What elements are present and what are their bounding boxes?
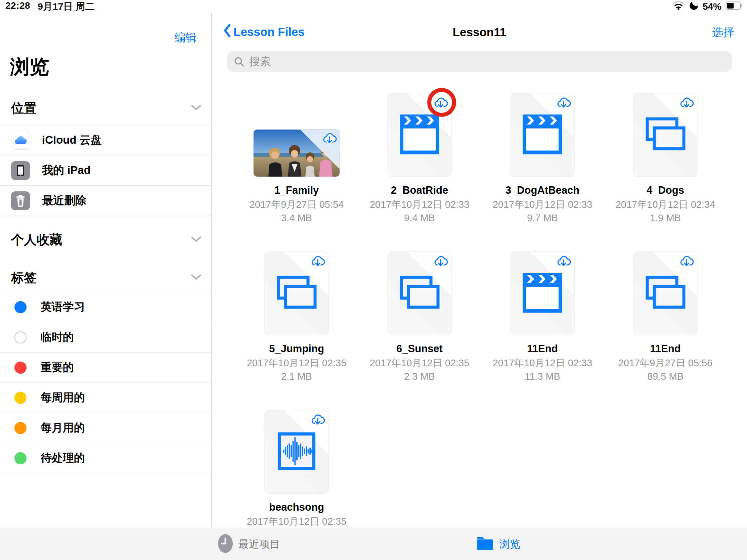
images-file-icon-card[interactable]: [633, 251, 698, 336]
video-file-icon-card[interactable]: [387, 93, 452, 177]
file-date: 2017年10月12日 02:35: [370, 356, 469, 370]
sidebar-tag-英语学习[interactable]: 英语学习: [0, 292, 211, 322]
sidebar-item-最近删除[interactable]: 最近删除: [0, 185, 211, 216]
status-date: 9月17日 周二: [37, 0, 95, 13]
file-item-6_Sunset[interactable]: 6_Sunset2017年10月12日 02:352.3 MB: [358, 251, 481, 382]
file-name: 11End: [527, 343, 558, 355]
tag-color-dot: [15, 422, 27, 434]
sidebar-tag-每月用的[interactable]: 每月用的: [0, 412, 211, 443]
tab-recents[interactable]: 最近项目: [218, 528, 280, 560]
icloud-download-icon[interactable]: [310, 413, 326, 426]
section-favorites-header[interactable]: 个人收藏: [11, 231, 201, 248]
audio-file-icon-card[interactable]: [264, 410, 329, 494]
battery-icon: [725, 1, 743, 12]
file-item-4_Dogs[interactable]: 4_Dogs2017年10月12日 02:341.9 MB: [604, 93, 727, 223]
file-date: 2017年9月27日 05:56: [618, 356, 713, 370]
chevron-down-icon[interactable]: [191, 236, 201, 244]
icloud-download-icon[interactable]: [556, 255, 571, 268]
file-card-area: [510, 93, 575, 177]
ipad-icon: [11, 161, 30, 180]
file-name: 11End: [650, 343, 680, 355]
status-bar: 22:28 9月17日 周二 54%: [0, 0, 747, 13]
file-size: 89.5 MB: [647, 371, 684, 382]
icloud-download-icon[interactable]: [433, 96, 448, 109]
folder-icon: [476, 536, 494, 552]
sidebar-tag-label: 待处理的: [41, 451, 85, 466]
tag-color-dot: [15, 301, 27, 313]
photo-thumbnail[interactable]: [253, 129, 340, 177]
navigation-bar: Lesson Files Lesson11 选择: [212, 13, 747, 50]
images-file-icon-card[interactable]: [387, 251, 452, 336]
sidebar-tag-每周用的[interactable]: 每周用的: [0, 382, 211, 412]
tag-color-dot: [15, 362, 27, 374]
file-name: 6_Sunset: [396, 343, 443, 355]
file-size: 11.3 MB: [525, 371, 560, 382]
section-tags-header[interactable]: 标签: [11, 269, 201, 286]
sidebar-tag-label: 英语学习: [41, 299, 85, 315]
file-item-3_DogAtBeach[interactable]: 3_DogAtBeach2017年10月12日 02:339.7 MB: [481, 93, 604, 223]
sidebar-tag-临时的[interactable]: 临时的: [0, 322, 211, 352]
chevron-down-icon[interactable]: [191, 105, 201, 112]
file-card-area: [633, 93, 698, 177]
file-card-area: [264, 251, 329, 336]
file-date: 2017年10月12日 02:33: [370, 198, 469, 212]
images-file-icon-card[interactable]: [633, 93, 698, 177]
icloud-download-icon[interactable]: [679, 255, 694, 268]
file-card-area: [633, 251, 698, 336]
tab-browse[interactable]: 浏览: [476, 528, 520, 560]
video-file-icon-card[interactable]: [510, 93, 575, 177]
tag-color-dot: [15, 331, 27, 343]
icloud-download-icon[interactable]: [679, 96, 694, 109]
icloud-download-icon[interactable]: [322, 132, 337, 145]
file-date: 2017年10月12日 02:33: [493, 198, 592, 212]
chevron-down-icon[interactable]: [191, 274, 201, 282]
file-card-area: [387, 251, 452, 336]
file-card-area: [387, 93, 452, 177]
file-item-5_Jumping[interactable]: 5_Jumping2017年10月12日 02:352.1 MB: [235, 251, 358, 382]
file-size: 2.3 MB: [404, 371, 435, 382]
file-item-11End[interactable]: 11End2017年9月27日 05:5689.5 MB: [604, 251, 727, 382]
trash-icon: [11, 191, 30, 210]
sidebar-item-label: iCloud 云盘: [42, 133, 102, 148]
sidebar-tag-重要的[interactable]: 重要的: [0, 352, 211, 382]
file-card-area: [253, 93, 340, 177]
sidebar-tag-label: 临时的: [41, 330, 74, 345]
sidebar-tag-label: 每周用的: [41, 390, 85, 405]
search-input[interactable]: [227, 51, 732, 72]
sidebar-item-iCloud 云盘[interactable]: iCloud 云盘: [0, 125, 211, 155]
images-icon: [276, 275, 317, 312]
file-item-2_BoatRide[interactable]: 2_BoatRide2017年10月12日 02:339.4 MB: [358, 93, 481, 223]
file-grid: 1_Family2017年9月27日 05:543.4 MB 2_BoatRid…: [235, 93, 727, 540]
file-name: 4_Dogs: [647, 184, 684, 196]
sidebar-item-label: 我的 iPad: [42, 163, 91, 178]
icloud-download-icon[interactable]: [556, 96, 571, 109]
select-button[interactable]: 选择: [712, 25, 734, 40]
clock-icon: [218, 534, 233, 555]
sidebar-item-我的 iPad[interactable]: 我的 iPad: [0, 155, 211, 185]
file-item-beachsong[interactable]: beachsong2017年10月12日 02:35790 KB: [235, 410, 358, 540]
images-icon: [645, 117, 686, 153]
icloud-download-icon[interactable]: [433, 255, 448, 268]
wifi-icon: [672, 1, 685, 12]
folder-title: Lesson11: [212, 26, 747, 39]
images-file-icon-card[interactable]: [264, 251, 329, 336]
icloud-drive-icon: [11, 131, 30, 150]
file-date: 2017年9月27日 05:54: [250, 198, 344, 212]
file-size: 2.1 MB: [281, 371, 312, 382]
file-item-11End[interactable]: 11End2017年10月12日 02:3311.3 MB: [481, 251, 604, 382]
images-icon: [645, 275, 686, 312]
file-size: 9.7 MB: [527, 213, 558, 223]
video-icon: [522, 114, 563, 156]
section-locations-header[interactable]: 位置: [11, 100, 201, 117]
icloud-download-icon[interactable]: [310, 255, 326, 268]
sidebar-tag-待处理的[interactable]: 待处理的: [0, 443, 211, 473]
video-icon: [522, 272, 563, 315]
file-item-1_Family[interactable]: 1_Family2017年9月27日 05:543.4 MB: [235, 93, 358, 223]
sidebar-tag-label: 每月用的: [41, 420, 85, 435]
tab-bar: 最近项目 浏览: [0, 528, 747, 560]
file-card-area: [510, 251, 575, 336]
main-content: Lesson Files Lesson11 选择: [212, 13, 747, 528]
audio-icon: [278, 432, 316, 472]
edit-button[interactable]: 编辑: [174, 31, 197, 44]
video-file-icon-card[interactable]: [510, 251, 575, 336]
